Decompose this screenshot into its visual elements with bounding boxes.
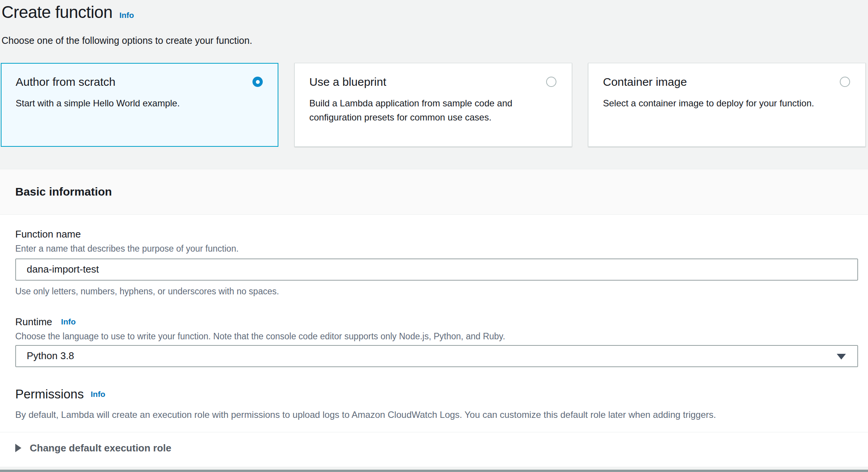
- permissions-heading: Permissions: [15, 387, 84, 401]
- radio-author-from-scratch[interactable]: [252, 77, 263, 87]
- function-name-field: Function name Enter a name that describe…: [0, 228, 868, 297]
- card-use-a-blueprint[interactable]: Use a blueprint Build a Lambda applicati…: [294, 63, 572, 147]
- card-title: Use a blueprint: [309, 75, 386, 88]
- card-container-image[interactable]: Container image Select a container image…: [588, 63, 866, 147]
- card-title: Author from scratch: [16, 75, 116, 88]
- runtime-label: Runtime: [15, 316, 52, 328]
- runtime-select[interactable]: Python 3.8: [15, 345, 858, 367]
- runtime-description: Choose the language to use to write your…: [15, 331, 858, 342]
- change-default-execution-role-expander[interactable]: Change default execution role: [0, 432, 868, 464]
- function-name-description: Enter a name that describes the purpose …: [15, 244, 858, 254]
- function-name-label: Function name: [15, 228, 858, 240]
- permissions-info-link[interactable]: Info: [91, 390, 105, 399]
- card-description: Select a container image to deploy for y…: [603, 96, 839, 110]
- radio-use-a-blueprint[interactable]: [546, 77, 556, 87]
- radio-container-image[interactable]: [840, 77, 850, 87]
- page-subtitle: Choose one of the following options to c…: [2, 35, 868, 46]
- creation-option-cards: Author from scratch Start with a simple …: [1, 63, 866, 147]
- caret-right-icon: [15, 444, 21, 452]
- runtime-selected-option: Python 3.8: [27, 350, 74, 362]
- permissions-description: By default, Lambda will create an execut…: [15, 409, 858, 420]
- expander-label: Change default execution role: [30, 442, 171, 454]
- runtime-info-link[interactable]: Info: [61, 317, 76, 326]
- card-description: Start with a simple Hello World example.: [16, 96, 252, 110]
- card-description: Build a Lambda application from sample c…: [309, 96, 546, 124]
- page-intro: Create function Info Choose one of the f…: [0, 0, 868, 46]
- runtime-field: Runtime Info Choose the language to use …: [0, 316, 868, 367]
- card-author-from-scratch[interactable]: Author from scratch Start with a simple …: [1, 63, 278, 147]
- function-name-input[interactable]: [15, 258, 858, 281]
- basic-information-heading: Basic information: [15, 185, 112, 198]
- basic-information-header: Basic information: [0, 169, 868, 215]
- card-title: Container image: [603, 75, 687, 88]
- page-title-info-link[interactable]: Info: [119, 11, 134, 20]
- permissions-section: PermissionsInfo By default, Lambda will …: [0, 387, 868, 420]
- basic-information-body: Function name Enter a name that describe…: [0, 215, 868, 467]
- chevron-down-icon: [837, 354, 846, 360]
- function-name-constraint: Use only letters, numbers, hyphens, or u…: [15, 286, 858, 297]
- bottom-divider-bar: [0, 470, 868, 472]
- page-title: Create function: [2, 2, 113, 22]
